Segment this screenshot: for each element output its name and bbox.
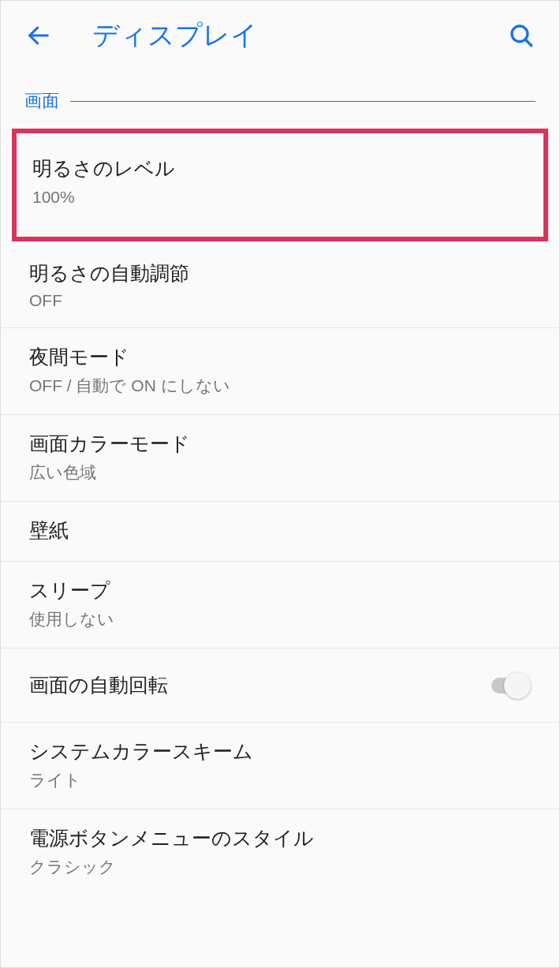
power-button-menu-item[interactable]: 電源ボタンメニューのスタイル クラシック: [1, 809, 559, 895]
switch-thumb: [504, 672, 531, 699]
item-value: 使用しない: [29, 608, 531, 630]
auto-rotate-switch[interactable]: [491, 678, 536, 693]
item-value: ライト: [29, 769, 531, 791]
auto-rotate-item[interactable]: 画面の自動回転: [1, 648, 559, 723]
color-scheme-item[interactable]: システムカラースキーム ライト: [1, 723, 559, 809]
item-title: 夜間モード: [29, 344, 531, 370]
section-header: 画面: [1, 70, 559, 124]
item-title: システムカラースキーム: [29, 738, 531, 764]
item-title: スリープ: [29, 577, 531, 604]
item-value: 100%: [32, 188, 528, 207]
sleep-item[interactable]: スリープ 使用しない: [1, 562, 559, 648]
item-title: 明るさの自動調節: [29, 260, 531, 286]
back-arrow-icon[interactable]: [23, 20, 54, 51]
svg-line-2: [525, 39, 532, 46]
item-value: OFF: [29, 291, 531, 310]
item-value: OFF / 自動で ON にしない: [29, 375, 531, 397]
item-title: 明るさのレベル: [32, 155, 528, 181]
section-label: 画面: [24, 89, 59, 113]
brightness-level-item[interactable]: 明るさのレベル 100%: [12, 129, 548, 241]
item-value: 広い色域: [29, 462, 531, 484]
item-value: クラシック: [29, 856, 531, 878]
wallpaper-item[interactable]: 壁紙: [1, 502, 559, 562]
search-icon[interactable]: [506, 20, 537, 51]
item-title: 画面カラーモード: [29, 431, 531, 457]
night-mode-item[interactable]: 夜間モード OFF / 自動で ON にしない: [1, 328, 559, 415]
section-divider: [70, 101, 536, 102]
header: ディスプレイ: [1, 1, 559, 70]
color-mode-item[interactable]: 画面カラーモード 広い色域: [1, 415, 559, 502]
auto-brightness-item[interactable]: 明るさの自動調節 OFF: [1, 245, 559, 328]
item-title: 壁紙: [29, 518, 531, 544]
item-title: 電源ボタンメニューのスタイル: [29, 825, 531, 851]
item-title: 画面の自動回転: [29, 672, 168, 698]
page-title: ディスプレイ: [92, 17, 258, 54]
